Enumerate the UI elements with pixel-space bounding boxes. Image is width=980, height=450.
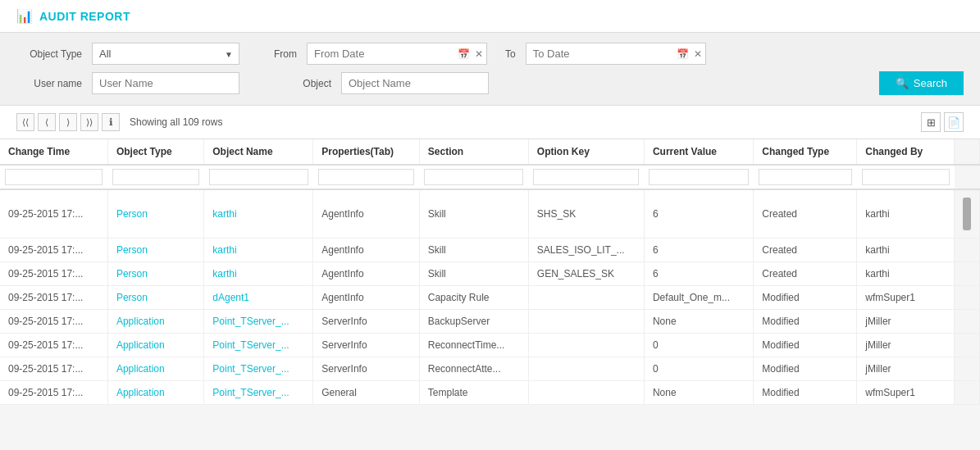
scrollbar-cell (955, 334, 980, 357)
scrollbar-cell (955, 310, 980, 334)
filter-option-key[interactable] (533, 169, 639, 185)
info-button[interactable]: ℹ (102, 113, 120, 131)
table-cell: ServerInfo (313, 334, 420, 357)
table-toolbar: ⟨⟨ ⟨ ⟩ ⟩⟩ ℹ Showing all 109 rows ⊞ 📄 (0, 106, 980, 139)
username-input[interactable] (92, 72, 239, 94)
object-label: Object (266, 78, 331, 89)
table-cell: AgentInfo (313, 286, 420, 310)
table-cell[interactable]: Application (107, 381, 203, 405)
col-filter-option-key (528, 165, 644, 189)
col-filter-object-name (204, 165, 313, 189)
table-cell: 09-25-2015 17:... (0, 262, 107, 286)
filter-changed-by[interactable] (862, 169, 950, 185)
prev-page-button[interactable]: ⟨ (38, 113, 56, 131)
to-date-clear-icon[interactable]: ✕ (693, 48, 703, 61)
col-filter-change-time (0, 165, 107, 189)
table-cell[interactable]: Point_TServer_... (204, 381, 313, 405)
table-cell[interactable]: Person (107, 262, 203, 286)
table-cell: Modified (754, 334, 857, 357)
table-cell[interactable]: Point_TServer_... (204, 334, 313, 357)
col-current-value: Current Value (644, 139, 753, 165)
table-cell: jMiller (857, 357, 955, 381)
table-cell[interactable]: dAgent1 (204, 286, 313, 310)
from-date-calendar-icon[interactable]: 📅 (457, 48, 471, 61)
search-button[interactable]: 🔍 Search (879, 71, 964, 95)
next-page-button[interactable]: ⟩ (59, 113, 77, 131)
audit-table: Change Time Object Type Object Name Prop… (0, 139, 980, 405)
table-cell: Default_One_m... (644, 286, 753, 310)
table-row: 09-25-2015 17:...ApplicationPoint_TServe… (0, 357, 980, 381)
col-section: Section (419, 139, 528, 165)
table-cell: 6 (644, 189, 753, 239)
table-cell: Template (419, 381, 528, 405)
table-cell: jMiller (857, 310, 955, 334)
object-input[interactable] (341, 72, 489, 94)
filter-current-value[interactable] (649, 169, 748, 185)
table-cell[interactable]: karthi (204, 239, 313, 262)
page-title: AUDIT REPORT (39, 10, 130, 23)
col-filter-changed-type (754, 165, 857, 189)
table-row: 09-25-2015 17:...PersonkarthiAgentInfoSk… (0, 239, 980, 262)
table-cell: ReconnectAtte... (419, 357, 528, 381)
table-cell[interactable]: Person (107, 286, 203, 310)
from-label: From (274, 48, 297, 60)
table-cell (528, 357, 644, 381)
audit-report-icon: 📊 (16, 8, 33, 24)
last-page-button[interactable]: ⟩⟩ (80, 113, 98, 131)
to-date-calendar-icon[interactable]: 📅 (676, 48, 690, 61)
toolbar-right: ⊞ 📄 (921, 112, 964, 132)
table-cell: wfmSuper1 (857, 286, 955, 310)
table-cell: 09-25-2015 17:... (0, 310, 107, 334)
table-cell[interactable]: Point_TServer_... (204, 357, 313, 381)
object-type-select[interactable]: All Person Application Agent Group Scrip… (92, 43, 239, 65)
filter-row-2: User name Object 🔍 Search (16, 71, 964, 95)
table-header-row: Change Time Object Type Object Name Prop… (0, 139, 980, 165)
table-cell: karthi (857, 239, 955, 262)
from-date-clear-icon[interactable]: ✕ (474, 48, 484, 61)
table-cell: Modified (754, 381, 857, 405)
first-page-button[interactable]: ⟨⟨ (16, 113, 34, 131)
table-cell (528, 286, 644, 310)
table-cell: Modified (754, 310, 857, 334)
table-cell: Skill (419, 262, 528, 286)
table-cell: Modified (754, 286, 857, 310)
table-cell[interactable]: karthi (204, 189, 313, 239)
object-type-select-wrapper: All Person Application Agent Group Scrip… (92, 43, 239, 65)
col-filter-properties (313, 165, 420, 189)
table-cell[interactable]: Application (107, 310, 203, 334)
scrollbar-thumb[interactable] (963, 198, 971, 230)
table-cell[interactable]: Application (107, 334, 203, 357)
export-csv-button[interactable]: ⊞ (921, 112, 941, 132)
table-cell: GEN_SALES_SK (528, 262, 644, 286)
table-cell: 09-25-2015 17:... (0, 334, 107, 357)
col-object-type: Object Type (107, 139, 203, 165)
table-cell: 6 (644, 239, 753, 262)
filter-object-name[interactable] (209, 169, 308, 185)
table-cell[interactable]: Point_TServer_... (204, 310, 313, 334)
table-cell (528, 381, 644, 405)
col-object-name: Object Name (204, 139, 313, 165)
table-cell: karthi (857, 189, 955, 239)
filter-changed-type[interactable] (759, 169, 852, 185)
filter-object-type[interactable] (112, 169, 198, 185)
filter-change-time[interactable] (5, 169, 103, 185)
table-cell[interactable]: karthi (204, 262, 313, 286)
table-cell: 09-25-2015 17:... (0, 381, 107, 405)
table-cell[interactable]: Person (107, 189, 203, 239)
table-cell[interactable]: Person (107, 239, 203, 262)
col-filter-changed-by (857, 165, 955, 189)
scrollbar-cell (955, 381, 980, 405)
to-date-icons: 📅 ✕ (676, 48, 703, 61)
table-cell: BackupServer (419, 310, 528, 334)
filter-properties[interactable] (318, 169, 415, 185)
table-cell: Skill (419, 189, 528, 239)
export-pdf-button[interactable]: 📄 (944, 112, 964, 132)
col-filter-object-type (107, 165, 203, 189)
from-date-icons: 📅 ✕ (457, 48, 484, 61)
table-cell[interactable]: Application (107, 357, 203, 381)
table-cell: 09-25-2015 17:... (0, 239, 107, 262)
table-cell: ServerInfo (313, 357, 420, 381)
filter-section[interactable] (424, 169, 523, 185)
table-body: 09-25-2015 17:...PersonkarthiAgentInfoSk… (0, 189, 980, 405)
col-option-key: Option Key (528, 139, 644, 165)
